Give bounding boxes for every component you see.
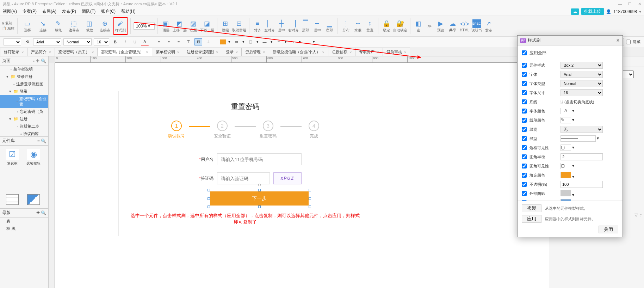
tab-close-icon[interactable]: ×: [92, 50, 94, 54]
line-style-picker[interactable]: ————: [561, 135, 596, 142]
copy-style-button[interactable]: 複製: [522, 204, 541, 212]
window-maximize-icon[interactable]: ☐: [628, 2, 632, 6]
captcha-image[interactable]: xPUZ: [273, 172, 302, 184]
style-input[interactable]: [561, 181, 603, 188]
align-bottom-button[interactable]: ▁底部: [324, 17, 335, 35]
doc-tab[interactable]: 忘记密码（企业管理员）×: [97, 48, 152, 56]
doc-tab[interactable]: 菜单栏说明×: [152, 48, 183, 56]
window-close-icon[interactable]: ✕: [638, 2, 641, 6]
page-tree-item[interactable]: ▫菜单栏说明: [0, 66, 48, 73]
menu-item[interactable]: 帮助(H): [121, 8, 136, 14]
hide-checkbox[interactable]: [626, 38, 631, 45]
spec-button[interactable]: SPEC说明书: [471, 17, 482, 35]
style-row-checkbox[interactable]: [522, 200, 527, 201]
ungroup-button[interactable]: ⊟取消群组: [232, 17, 246, 35]
doc-tab[interactable]: 修订记录×: [0, 48, 27, 56]
tab-close-icon[interactable]: ×: [146, 50, 148, 54]
valign-bottom-icon[interactable]: ⊥: [204, 38, 212, 45]
border-point-tool[interactable]: ⬚边界点: [67, 17, 81, 35]
shadow-picker[interactable]: [561, 199, 571, 201]
crop-tool[interactable]: ◫裁放: [82, 17, 97, 35]
color-picker[interactable]: A: [561, 108, 571, 114]
move-down-button[interactable]: ◪下移一层: [200, 17, 214, 35]
page-tree-item[interactable]: ▾📁登录注册: [0, 73, 48, 80]
autolock-button[interactable]: 🔐自动锁定: [393, 17, 407, 35]
group-button[interactable]: ⊞群组: [220, 17, 231, 35]
doc-tab[interactable]: 新增总授信额（企业/个人）×: [269, 48, 329, 56]
italic-icon[interactable]: I: [121, 38, 129, 45]
lib-shape[interactable]: [25, 194, 42, 205]
user-avatar-icon[interactable]: 👤: [606, 9, 611, 14]
connect-tool[interactable]: ↘连接: [36, 17, 50, 35]
style-row-checkbox[interactable]: [522, 63, 527, 68]
doc-tab[interactable]: 专项资产×: [355, 48, 383, 56]
doc-tab[interactable]: 贷后管理×: [241, 48, 269, 56]
more-button[interactable]: ≫: [425, 24, 434, 29]
page-tree-item[interactable]: ▾📁登录: [0, 88, 48, 95]
style-select[interactable]: Normal: [561, 80, 603, 87]
style-row-checkbox[interactable]: [522, 191, 527, 196]
distribute-button[interactable]: ⋮分布: [341, 17, 351, 35]
style-row-checkbox[interactable]: [522, 109, 527, 114]
upload-button[interactable]: 挂载上传: [581, 8, 604, 15]
cloud-icon[interactable]: ☁: [571, 8, 579, 15]
style-row-checkbox[interactable]: [522, 72, 527, 77]
clear-style-icon[interactable]: ⟲: [23, 38, 31, 45]
underline-icon[interactable]: U: [131, 38, 139, 45]
style-row-checkbox[interactable]: [522, 127, 527, 132]
left-panel-button[interactable]: ◧左: [413, 17, 424, 35]
format-painter-tool[interactable]: 🖌样式刷: [113, 17, 128, 35]
page-tree-item[interactable]: ▾📁注册: [0, 115, 48, 123]
align-right-button[interactable]: ▕右对齐: [288, 17, 299, 35]
tab-close-icon[interactable]: ×: [21, 50, 24, 54]
color-picker[interactable]: ✎: [561, 117, 571, 123]
align-center-button[interactable]: ┼居中: [276, 17, 287, 35]
share-button[interactable]: ☁共享: [447, 17, 458, 35]
style-input[interactable]: [561, 153, 603, 160]
publish-button[interactable]: ↗发布: [483, 17, 494, 35]
send-back-button[interactable]: ▨底层: [188, 17, 199, 35]
style-select[interactable]: Arial: [561, 71, 603, 78]
style-row-checkbox[interactable]: [522, 118, 527, 123]
lib-checkbox[interactable]: ☑ 复选框: [4, 149, 21, 166]
style-row-checkbox[interactable]: [522, 145, 527, 150]
style-select[interactable]: [4, 38, 21, 45]
line-color-icon[interactable]: ▭: [233, 38, 240, 45]
search-icon[interactable]: 🔍: [41, 59, 46, 63]
window-minimize-icon[interactable]: —: [618, 2, 622, 6]
valign-middle-icon[interactable]: ⊟: [194, 38, 202, 45]
size-select[interactable]: 16: [94, 38, 109, 45]
add-page-icon[interactable]: ▫: [33, 59, 35, 63]
style-row-checkbox[interactable]: [522, 164, 527, 168]
lib-menu-icon[interactable]: ≡: [37, 139, 40, 143]
lib-search-icon[interactable]: 🔍: [41, 139, 46, 143]
apply-style-button[interactable]: 应用: [522, 215, 541, 223]
style-select[interactable]: 16: [561, 89, 603, 96]
doc-tab[interactable]: 总授信额×: [328, 48, 355, 56]
vis-picker[interactable]: ▢: [561, 145, 571, 151]
lock-button[interactable]: 🔒锁定: [381, 17, 392, 35]
menu-item[interactable]: 发布(P): [62, 8, 76, 14]
menu-item[interactable]: 布局(A): [42, 8, 56, 14]
user-id[interactable]: 1187009698: [613, 9, 637, 14]
sort-icon[interactable]: ↕: [640, 213, 642, 217]
align-top-button[interactable]: ▔顶部: [300, 17, 311, 35]
dialog-close-icon[interactable]: ✕: [616, 38, 620, 43]
page-tree-item[interactable]: ▫忘记密码（企业管: [0, 95, 48, 108]
align-right-icon[interactable]: ≡: [175, 38, 182, 45]
align-middle-button[interactable]: ━居中: [312, 17, 323, 35]
pen-tool[interactable]: ✎钢笔: [51, 17, 66, 35]
doc-tab[interactable]: 注册登录流程图×: [183, 48, 222, 56]
style-row-checkbox[interactable]: [522, 154, 527, 159]
linewidth-icon[interactable]: —: [261, 38, 268, 45]
menu-item[interactable]: 视图(V): [3, 8, 17, 14]
align-center-icon[interactable]: ≡: [165, 38, 173, 45]
connection-point-tool[interactable]: ⊕连接点: [98, 17, 112, 35]
tab-close-icon[interactable]: ×: [216, 50, 218, 54]
dist-horiz-button[interactable]: ↔水准: [353, 17, 363, 35]
doc-tab[interactable]: 产品简介×: [27, 48, 55, 56]
preview-button[interactable]: ▶预览: [435, 17, 446, 35]
valign-top-icon[interactable]: ⊤: [185, 38, 192, 45]
add-folder-icon[interactable]: ✚: [36, 59, 39, 63]
tab-close-icon[interactable]: ×: [177, 50, 179, 54]
